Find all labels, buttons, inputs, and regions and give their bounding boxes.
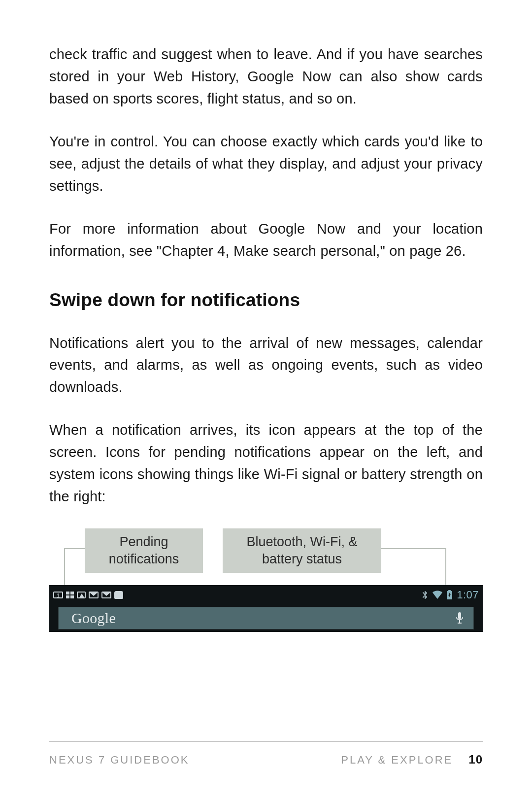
android-statusbar-screenshot: 1:07 Google [49,585,483,632]
apps-grid-icon [66,592,74,598]
statusbar-figure: Pending notifications Bluetooth, Wi-Fi, … [49,528,483,632]
callout-pending-notifications: Pending notifications [85,528,203,573]
microphone-icon[interactable] [455,611,465,625]
svg-rect-2 [458,612,461,619]
notification-icons-area [53,591,123,599]
body-paragraph: For more information about Google Now an… [49,218,483,262]
leader-line [64,548,85,549]
google-search-bar[interactable]: Google [58,607,474,629]
text-run: . [462,243,466,259]
system-icons-area: 1:07 [422,589,479,601]
page-footer: NEXUS 7 GUIDEBOOK PLAY & EXPLORE 10 [49,741,483,767]
google-wordmark: Google [71,610,116,627]
section-heading: Swipe down for notifications [49,290,483,311]
body-paragraph: check traffic and suggest when to leave.… [49,43,483,110]
body-paragraph: You're in control. You can choose exactl… [49,131,483,197]
body-paragraph: When a notification arrives, its icon ap… [49,419,483,508]
callout-system-status: Bluetooth, Wi-Fi, & battery status [223,528,381,573]
wifi-icon [432,591,443,599]
document-page: check traffic and suggest when to leave.… [0,0,532,802]
svg-rect-1 [448,590,451,592]
android-icon [114,591,123,599]
status-clock: 1:07 [457,589,479,601]
battery-charging-icon [446,590,453,600]
callout-layer: Pending notifications Bluetooth, Wi-Fi, … [49,528,483,578]
body-paragraph: Notifications alert you to the arrival o… [49,332,483,399]
footer-rule [49,741,483,742]
image-icon [77,592,86,598]
mail-icon [89,592,99,598]
cross-reference-link[interactable]: "Chapter 4, Make search personal," on pa… [157,243,462,259]
page-number: 10 [468,753,483,767]
mail-icon [101,592,111,598]
status-bar: 1:07 [49,585,483,605]
footer-chapter-title: PLAY & EXPLORE [341,754,453,767]
footer-book-title: NEXUS 7 GUIDEBOOK [49,754,190,767]
leader-line [381,548,445,549]
update-icon [53,592,63,598]
bluetooth-icon [422,590,429,600]
